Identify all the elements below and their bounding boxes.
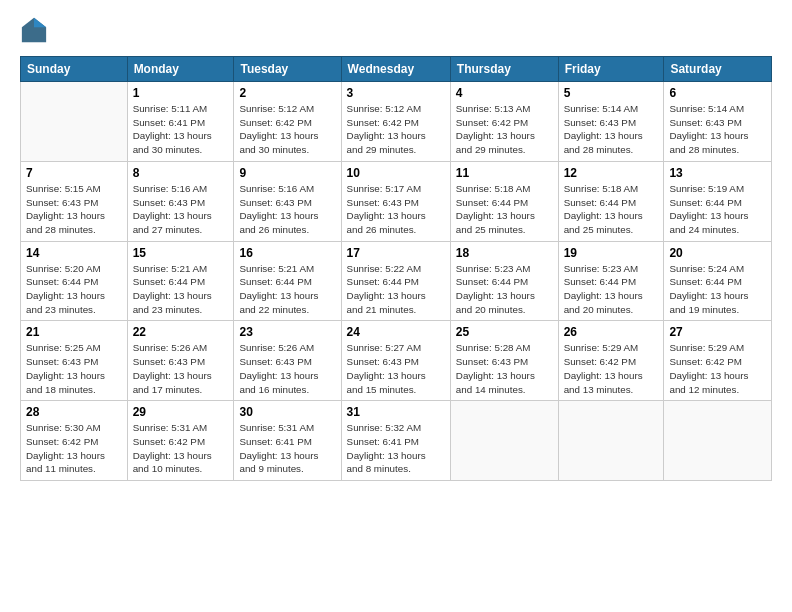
- day-info: Sunrise: 5:31 AM Sunset: 6:42 PM Dayligh…: [133, 421, 229, 476]
- day-info: Sunrise: 5:13 AM Sunset: 6:42 PM Dayligh…: [456, 102, 553, 157]
- calendar-cell: 16Sunrise: 5:21 AM Sunset: 6:44 PM Dayli…: [234, 241, 341, 321]
- calendar-cell: 2Sunrise: 5:12 AM Sunset: 6:42 PM Daylig…: [234, 82, 341, 162]
- day-number: 10: [347, 166, 445, 180]
- day-info: Sunrise: 5:26 AM Sunset: 6:43 PM Dayligh…: [133, 341, 229, 396]
- svg-marker-1: [34, 18, 46, 27]
- day-number: 25: [456, 325, 553, 339]
- day-number: 7: [26, 166, 122, 180]
- day-number: 18: [456, 246, 553, 260]
- day-number: 28: [26, 405, 122, 419]
- day-number: 16: [239, 246, 335, 260]
- calendar-cell: [664, 401, 772, 481]
- calendar-cell: 1Sunrise: 5:11 AM Sunset: 6:41 PM Daylig…: [127, 82, 234, 162]
- calendar-cell: 8Sunrise: 5:16 AM Sunset: 6:43 PM Daylig…: [127, 161, 234, 241]
- day-number: 3: [347, 86, 445, 100]
- header: [20, 16, 772, 44]
- day-number: 21: [26, 325, 122, 339]
- day-info: Sunrise: 5:23 AM Sunset: 6:44 PM Dayligh…: [456, 262, 553, 317]
- calendar-cell: 18Sunrise: 5:23 AM Sunset: 6:44 PM Dayli…: [450, 241, 558, 321]
- day-number: 15: [133, 246, 229, 260]
- calendar-cell: 19Sunrise: 5:23 AM Sunset: 6:44 PM Dayli…: [558, 241, 664, 321]
- day-info: Sunrise: 5:29 AM Sunset: 6:42 PM Dayligh…: [669, 341, 766, 396]
- day-info: Sunrise: 5:28 AM Sunset: 6:43 PM Dayligh…: [456, 341, 553, 396]
- day-number: 19: [564, 246, 659, 260]
- week-row-2: 7Sunrise: 5:15 AM Sunset: 6:43 PM Daylig…: [21, 161, 772, 241]
- day-number: 8: [133, 166, 229, 180]
- week-row-4: 21Sunrise: 5:25 AM Sunset: 6:43 PM Dayli…: [21, 321, 772, 401]
- calendar-cell: [450, 401, 558, 481]
- weekday-header-row: SundayMondayTuesdayWednesdayThursdayFrid…: [21, 57, 772, 82]
- calendar-cell: 23Sunrise: 5:26 AM Sunset: 6:43 PM Dayli…: [234, 321, 341, 401]
- day-number: 2: [239, 86, 335, 100]
- day-info: Sunrise: 5:14 AM Sunset: 6:43 PM Dayligh…: [564, 102, 659, 157]
- day-info: Sunrise: 5:11 AM Sunset: 6:41 PM Dayligh…: [133, 102, 229, 157]
- calendar-cell: 28Sunrise: 5:30 AM Sunset: 6:42 PM Dayli…: [21, 401, 128, 481]
- weekday-header-thursday: Thursday: [450, 57, 558, 82]
- calendar-cell: [558, 401, 664, 481]
- calendar-table: SundayMondayTuesdayWednesdayThursdayFrid…: [20, 56, 772, 481]
- day-info: Sunrise: 5:16 AM Sunset: 6:43 PM Dayligh…: [239, 182, 335, 237]
- calendar-cell: 22Sunrise: 5:26 AM Sunset: 6:43 PM Dayli…: [127, 321, 234, 401]
- calendar-cell: 11Sunrise: 5:18 AM Sunset: 6:44 PM Dayli…: [450, 161, 558, 241]
- calendar-cell: 21Sunrise: 5:25 AM Sunset: 6:43 PM Dayli…: [21, 321, 128, 401]
- calendar-cell: 9Sunrise: 5:16 AM Sunset: 6:43 PM Daylig…: [234, 161, 341, 241]
- day-info: Sunrise: 5:20 AM Sunset: 6:44 PM Dayligh…: [26, 262, 122, 317]
- week-row-3: 14Sunrise: 5:20 AM Sunset: 6:44 PM Dayli…: [21, 241, 772, 321]
- day-number: 5: [564, 86, 659, 100]
- calendar-cell: 15Sunrise: 5:21 AM Sunset: 6:44 PM Dayli…: [127, 241, 234, 321]
- day-number: 22: [133, 325, 229, 339]
- day-info: Sunrise: 5:21 AM Sunset: 6:44 PM Dayligh…: [133, 262, 229, 317]
- week-row-1: 1Sunrise: 5:11 AM Sunset: 6:41 PM Daylig…: [21, 82, 772, 162]
- day-info: Sunrise: 5:32 AM Sunset: 6:41 PM Dayligh…: [347, 421, 445, 476]
- calendar-cell: 30Sunrise: 5:31 AM Sunset: 6:41 PM Dayli…: [234, 401, 341, 481]
- day-info: Sunrise: 5:14 AM Sunset: 6:43 PM Dayligh…: [669, 102, 766, 157]
- day-info: Sunrise: 5:12 AM Sunset: 6:42 PM Dayligh…: [239, 102, 335, 157]
- day-number: 9: [239, 166, 335, 180]
- day-info: Sunrise: 5:21 AM Sunset: 6:44 PM Dayligh…: [239, 262, 335, 317]
- day-info: Sunrise: 5:30 AM Sunset: 6:42 PM Dayligh…: [26, 421, 122, 476]
- calendar-cell: 10Sunrise: 5:17 AM Sunset: 6:43 PM Dayli…: [341, 161, 450, 241]
- day-info: Sunrise: 5:18 AM Sunset: 6:44 PM Dayligh…: [456, 182, 553, 237]
- calendar-cell: 24Sunrise: 5:27 AM Sunset: 6:43 PM Dayli…: [341, 321, 450, 401]
- day-info: Sunrise: 5:24 AM Sunset: 6:44 PM Dayligh…: [669, 262, 766, 317]
- logo-icon: [20, 16, 48, 44]
- day-number: 26: [564, 325, 659, 339]
- day-number: 13: [669, 166, 766, 180]
- calendar-cell: 12Sunrise: 5:18 AM Sunset: 6:44 PM Dayli…: [558, 161, 664, 241]
- day-info: Sunrise: 5:26 AM Sunset: 6:43 PM Dayligh…: [239, 341, 335, 396]
- calendar-cell: 13Sunrise: 5:19 AM Sunset: 6:44 PM Dayli…: [664, 161, 772, 241]
- day-info: Sunrise: 5:23 AM Sunset: 6:44 PM Dayligh…: [564, 262, 659, 317]
- calendar-cell: 14Sunrise: 5:20 AM Sunset: 6:44 PM Dayli…: [21, 241, 128, 321]
- day-number: 27: [669, 325, 766, 339]
- weekday-header-tuesday: Tuesday: [234, 57, 341, 82]
- calendar-cell: 6Sunrise: 5:14 AM Sunset: 6:43 PM Daylig…: [664, 82, 772, 162]
- day-number: 20: [669, 246, 766, 260]
- calendar-cell: [21, 82, 128, 162]
- day-info: Sunrise: 5:25 AM Sunset: 6:43 PM Dayligh…: [26, 341, 122, 396]
- day-info: Sunrise: 5:29 AM Sunset: 6:42 PM Dayligh…: [564, 341, 659, 396]
- day-number: 17: [347, 246, 445, 260]
- day-info: Sunrise: 5:19 AM Sunset: 6:44 PM Dayligh…: [669, 182, 766, 237]
- day-number: 23: [239, 325, 335, 339]
- calendar-cell: 17Sunrise: 5:22 AM Sunset: 6:44 PM Dayli…: [341, 241, 450, 321]
- calendar-cell: 27Sunrise: 5:29 AM Sunset: 6:42 PM Dayli…: [664, 321, 772, 401]
- day-info: Sunrise: 5:15 AM Sunset: 6:43 PM Dayligh…: [26, 182, 122, 237]
- week-row-5: 28Sunrise: 5:30 AM Sunset: 6:42 PM Dayli…: [21, 401, 772, 481]
- day-number: 29: [133, 405, 229, 419]
- calendar-cell: 7Sunrise: 5:15 AM Sunset: 6:43 PM Daylig…: [21, 161, 128, 241]
- day-number: 6: [669, 86, 766, 100]
- calendar-cell: 3Sunrise: 5:12 AM Sunset: 6:42 PM Daylig…: [341, 82, 450, 162]
- logo: [20, 16, 52, 44]
- day-info: Sunrise: 5:31 AM Sunset: 6:41 PM Dayligh…: [239, 421, 335, 476]
- page-container: SundayMondayTuesdayWednesdayThursdayFrid…: [0, 0, 792, 491]
- calendar-cell: 29Sunrise: 5:31 AM Sunset: 6:42 PM Dayli…: [127, 401, 234, 481]
- day-info: Sunrise: 5:27 AM Sunset: 6:43 PM Dayligh…: [347, 341, 445, 396]
- calendar-cell: 25Sunrise: 5:28 AM Sunset: 6:43 PM Dayli…: [450, 321, 558, 401]
- day-info: Sunrise: 5:17 AM Sunset: 6:43 PM Dayligh…: [347, 182, 445, 237]
- day-number: 4: [456, 86, 553, 100]
- calendar-cell: 5Sunrise: 5:14 AM Sunset: 6:43 PM Daylig…: [558, 82, 664, 162]
- weekday-header-wednesday: Wednesday: [341, 57, 450, 82]
- day-number: 31: [347, 405, 445, 419]
- day-number: 12: [564, 166, 659, 180]
- weekday-header-friday: Friday: [558, 57, 664, 82]
